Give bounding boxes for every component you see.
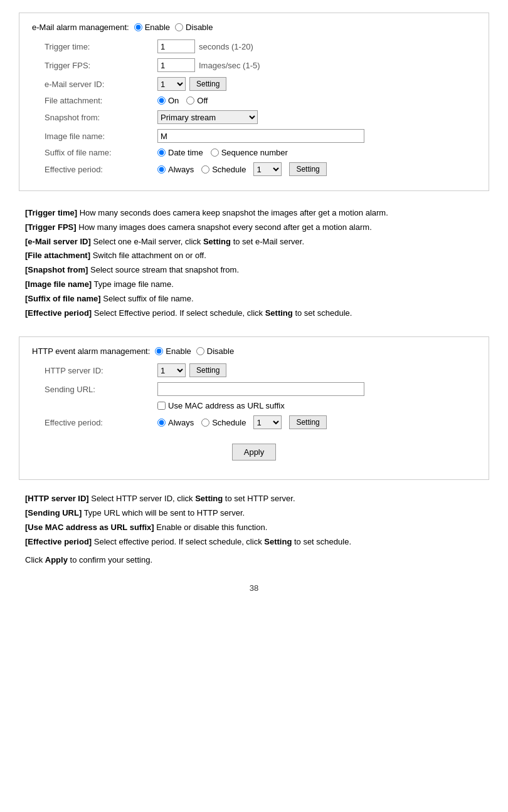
http-always-label: Always [168, 418, 194, 427]
sending-url-control [157, 382, 364, 396]
email-desc-line-3: [e-Mail server ID] Select one e-Mail ser… [25, 236, 483, 249]
suffix-sequence-label: Sequence number [221, 148, 288, 157]
trigger-time-input[interactable] [157, 39, 195, 53]
http-section-header: HTTP event alarm management: Enable Disa… [32, 346, 476, 356]
http-always-radio[interactable] [157, 419, 166, 427]
trigger-time-note: seconds (1-20) [199, 42, 253, 51]
http-desc-line-2: [Sending URL] Type URL which will be sen… [25, 507, 483, 520]
apply-button[interactable]: Apply [232, 444, 277, 461]
http-server-id-row: HTTP server ID: 1 2 3 Setting [32, 363, 476, 377]
email-server-id-row: e-Mail server ID: 1 2 3 Setting [32, 77, 476, 91]
suffix-file-name-control: Date time Sequence number [157, 148, 288, 157]
file-attachment-on-label: On [168, 96, 179, 105]
http-effective-period-control: Always Schedule 1 2 Setting [157, 415, 327, 429]
image-file-name-input[interactable] [157, 129, 364, 143]
click-apply-text: Click Apply to confirm your setting. [25, 554, 483, 567]
use-mac-control: Use MAC address as URL suffix [157, 401, 285, 410]
http-alarm-section: HTTP event alarm management: Enable Disa… [19, 336, 489, 480]
http-schedule-radio[interactable] [201, 419, 209, 427]
http-period-select[interactable]: 1 2 [253, 415, 282, 429]
file-attachment-row: File attachment: On Off [32, 96, 476, 105]
email-enable-label: Enable [145, 23, 170, 32]
http-server-id-label: HTTP server ID: [45, 366, 157, 375]
email-enable-radio[interactable] [134, 23, 142, 31]
file-attachment-off-radio[interactable] [186, 96, 194, 105]
suffix-date-time-option[interactable]: Date time [157, 148, 203, 157]
email-section-header: e-Mail alarm management: Enable Disable [32, 23, 476, 32]
email-alarm-section: e-Mail alarm management: Enable Disable … [19, 13, 489, 191]
snapshot-from-control: Primary stream Secondary stream [157, 110, 258, 124]
http-server-id-select[interactable]: 1 2 3 [157, 363, 186, 377]
email-server-setting-button[interactable]: Setting [189, 77, 226, 91]
trigger-fps-note: Images/sec (1-5) [199, 61, 260, 70]
trigger-time-control: seconds (1-20) [157, 39, 253, 53]
email-desc-line-6: [Image file name] Type image file name. [25, 278, 483, 291]
email-desc-line-2: [Trigger FPS] How many images does camer… [25, 221, 483, 234]
snapshot-from-select[interactable]: Primary stream Secondary stream [157, 110, 258, 124]
http-disable-radio[interactable] [196, 347, 204, 355]
email-effective-period-control: Always Schedule 1 2 Setting [157, 162, 327, 176]
email-always-label: Always [168, 165, 194, 174]
use-mac-checkbox[interactable] [157, 402, 166, 410]
image-file-name-label: Image file name: [45, 132, 157, 141]
suffix-file-name-label: Suffix of file name: [45, 148, 157, 157]
email-schedule-option[interactable]: Schedule [201, 165, 246, 174]
email-desc-line-5: [Snapshot from] Select source stream tha… [25, 264, 483, 277]
trigger-fps-label: Trigger FPS: [45, 61, 157, 70]
email-effective-period-label: Effective period: [45, 165, 157, 174]
email-period-setting-button[interactable]: Setting [289, 162, 326, 176]
apply-row: Apply [32, 434, 476, 470]
email-server-id-select[interactable]: 1 2 3 [157, 77, 186, 91]
email-always-radio[interactable] [157, 165, 166, 174]
email-desc-line-4: [File attachment] Switch file attachment… [25, 249, 483, 263]
file-attachment-on-radio[interactable] [157, 96, 166, 105]
email-server-id-control: 1 2 3 Setting [157, 77, 226, 91]
use-mac-option[interactable]: Use MAC address as URL suffix [157, 401, 285, 410]
http-server-setting-button[interactable]: Setting [189, 363, 226, 377]
email-desc-line-1: [Trigger time] How many seconds does cam… [25, 207, 483, 220]
trigger-fps-row: Trigger FPS: Images/sec (1-5) [32, 58, 476, 72]
trigger-fps-control: Images/sec (1-5) [157, 58, 260, 72]
suffix-sequence-option[interactable]: Sequence number [211, 148, 288, 157]
http-disable-option[interactable]: Disable [196, 346, 234, 356]
file-attachment-off-label: Off [197, 96, 208, 105]
suffix-sequence-radio[interactable] [211, 148, 219, 157]
file-attachment-on-option[interactable]: On [157, 96, 179, 105]
email-disable-option[interactable]: Disable [175, 23, 213, 32]
suffix-date-time-radio[interactable] [157, 148, 166, 157]
http-enable-label: Enable [166, 346, 191, 356]
email-schedule-label: Schedule [212, 165, 246, 174]
email-always-option[interactable]: Always [157, 165, 194, 174]
sending-url-input[interactable] [157, 382, 364, 396]
http-schedule-option[interactable]: Schedule [201, 418, 246, 427]
email-period-select[interactable]: 1 2 [253, 162, 282, 176]
email-server-id-label: e-Mail server ID: [45, 80, 157, 89]
use-mac-row: Use MAC address as URL suffix [32, 401, 476, 410]
email-enable-option[interactable]: Enable [134, 23, 170, 32]
file-attachment-off-option[interactable]: Off [186, 96, 208, 105]
email-disable-radio[interactable] [175, 23, 183, 31]
use-mac-label: Use MAC address as URL suffix [168, 401, 285, 410]
http-enable-option[interactable]: Enable [155, 346, 191, 356]
http-period-setting-button[interactable]: Setting [289, 415, 326, 429]
http-header-label: HTTP event alarm management: [32, 346, 150, 356]
suffix-file-name-row: Suffix of file name: Date time Sequence … [32, 148, 476, 157]
http-enable-radio[interactable] [155, 347, 163, 355]
http-disable-label: Disable [207, 346, 234, 356]
file-attachment-control: On Off [157, 96, 208, 105]
http-effective-period-label: Effective period: [45, 418, 157, 427]
trigger-fps-input[interactable] [157, 58, 195, 72]
http-schedule-label: Schedule [212, 418, 246, 427]
email-schedule-radio[interactable] [201, 165, 209, 174]
snapshot-from-row: Snapshot from: Primary stream Secondary … [32, 110, 476, 124]
http-always-option[interactable]: Always [157, 418, 194, 427]
trigger-time-row: Trigger time: seconds (1-20) [32, 39, 476, 53]
http-effective-period-row: Effective period: Always Schedule 1 2 Se… [32, 415, 476, 429]
email-header-label: e-Mail alarm management: [32, 23, 129, 32]
sending-url-label: Sending URL: [45, 385, 157, 394]
page-number: 38 [19, 583, 489, 593]
http-desc-line-1: [HTTP server ID] Select HTTP server ID, … [25, 492, 483, 506]
trigger-time-label: Trigger time: [45, 42, 157, 51]
email-description-block: [Trigger time] How many seconds does cam… [19, 200, 489, 327]
email-desc-line-8: [Effective period] Select Effective peri… [25, 307, 483, 320]
